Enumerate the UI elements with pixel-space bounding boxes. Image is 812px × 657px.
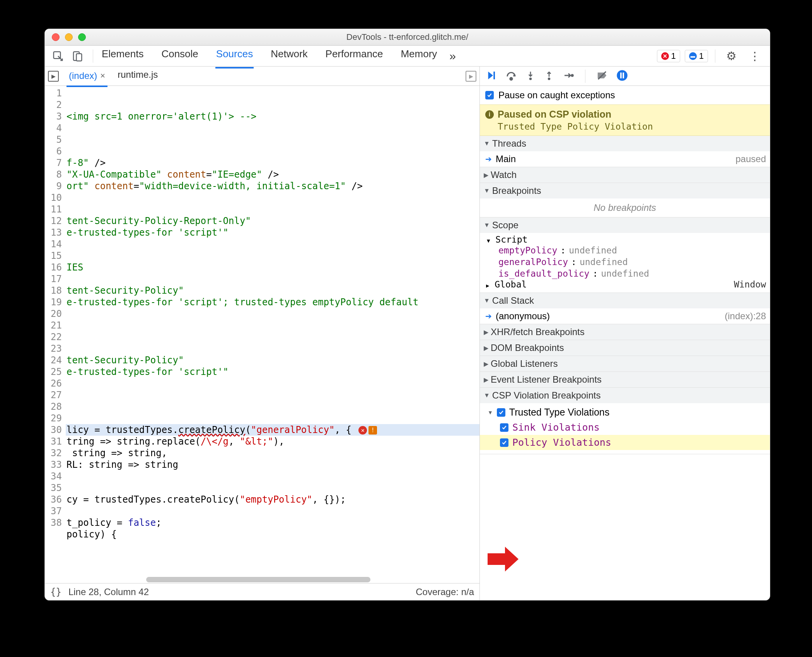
window-title: DevTools - tt-enforced.glitch.me/ [45,32,770,42]
tab-performance[interactable]: Performance [325,48,384,64]
tab-elements[interactable]: Elements [101,48,144,64]
code-line[interactable]: e-trusted-types-for 'script'" [66,366,479,378]
code-line[interactable] [66,238,479,250]
step-over-icon[interactable] [505,70,517,83]
file-tab[interactable]: (index) × [67,69,107,87]
code-line[interactable] [66,320,479,331]
code-line[interactable]: tent-Security-Policy-Report-Only" [66,215,479,227]
dom-breakpoints-header[interactable]: ▶DOM Breakpoints [480,340,770,356]
code-line[interactable]: tring => string.replace(/\</g, "&lt;"), [66,436,479,447]
error-icon: ✕ [661,52,669,60]
navigator-toggle-icon[interactable]: ▶ [48,71,59,82]
svg-point-6 [548,77,551,80]
minimize-window[interactable] [65,33,73,41]
code-line[interactable]: tent-Security-Policy" [66,285,479,296]
step-icon[interactable] [563,70,574,83]
scope-header[interactable]: ▼Scope [480,217,770,233]
code-line[interactable]: e-trusted-types-for 'script'" [66,227,479,238]
policy-violations-row[interactable]: Policy Violations [480,435,770,450]
code-line[interactable] [66,412,479,424]
xhr-breakpoints-header[interactable]: ▶XHR/fetch Breakpoints [480,324,770,340]
debugger-toggle-icon[interactable]: ▶ [466,71,476,82]
policy-checkbox[interactable] [500,438,508,447]
code-line[interactable] [66,343,479,354]
code-line[interactable] [66,308,479,320]
step-into-icon[interactable] [525,70,536,83]
pause-exceptions-icon[interactable] [616,70,628,83]
trusted-type-violations-row[interactable]: ▼ Trusted Type Violations [488,405,766,420]
code-line[interactable] [66,250,479,262]
deactivate-breakpoints-icon[interactable] [596,70,608,83]
scope-variable[interactable]: generalPolicy: undefined [495,256,770,268]
code-line[interactable] [66,331,479,343]
file-tab[interactable]: runtime.js [115,69,160,83]
code-line[interactable]: t_policy = false; [66,517,479,529]
code-line[interactable] [66,273,479,285]
code-line[interactable]: e-trusted-types-for 'script'; trusted-ty… [66,296,479,308]
code-line[interactable]: f-8" /> [66,157,479,169]
devtools-window: DevTools - tt-enforced.glitch.me/ Elemen… [44,29,770,601]
sink-violations-row[interactable]: Sink Violations [488,420,766,435]
scope-variable[interactable]: is_default_policy: undefined [495,268,770,279]
kebab-menu-icon[interactable]: ⋮ [745,49,764,63]
scope-variable[interactable]: emptyPolicy: undefined [495,245,770,256]
global-listeners-header[interactable]: ▶Global Listeners [480,356,770,371]
code-line[interactable] [66,401,479,412]
code-line[interactable] [66,471,479,482]
settings-icon[interactable]: ⚙ [722,49,740,63]
error-count-chip[interactable]: ✕ 1 [657,50,680,62]
overflow-tabs-button[interactable]: » [449,50,456,63]
code-line[interactable]: string => string, [66,447,479,459]
code-editor[interactable]: 1234567891011121314151617181920212223242… [45,86,479,583]
thread-main[interactable]: ➔ Main paused [480,151,770,167]
code-line[interactable]: IES [66,262,479,273]
inspect-element-icon[interactable] [50,48,66,64]
cursor-position: Line 28, Column 42 [68,587,149,597]
code-line[interactable]: ort" content="width=device-width, initia… [66,180,479,192]
code-line[interactable]: policy) { [66,529,479,540]
callstack-header[interactable]: ▼Call Stack [480,293,770,308]
code-line[interactable] [66,204,479,215]
code-body[interactable]: <img src=1 onerror='alert(1)'> -->f-8" /… [65,86,479,583]
tab-memory[interactable]: Memory [400,48,438,64]
csp-breakpoints-header[interactable]: ▼CSP Violation Breakpoints [480,388,770,403]
titlebar: DevTools - tt-enforced.glitch.me/ [45,29,770,46]
callstack-frame[interactable]: ➔ (anonymous) (index):28 [480,308,770,324]
code-line[interactable]: cy = trustedTypes.createPolicy("emptyPol… [66,494,479,505]
issues-count-chip[interactable]: ▬ 1 [685,50,708,62]
tab-network[interactable]: Network [270,48,308,64]
code-line[interactable] [66,145,479,157]
maximize-window[interactable] [78,33,86,41]
code-line[interactable] [66,192,479,204]
event-listener-breakpoints-header[interactable]: ▶Event Listener Breakpoints [480,372,770,387]
tt-checkbox[interactable] [497,408,505,417]
code-line[interactable] [66,540,479,552]
code-line[interactable]: tent-Security-Policy" [66,354,479,366]
svg-point-5 [529,77,532,80]
code-line[interactable]: "X-UA-Compatible" content="IE=edge" /> [66,169,479,180]
watch-header[interactable]: ▶Watch [480,167,770,183]
code-line[interactable] [66,505,479,517]
code-line[interactable] [66,389,479,401]
pause-on-caught-checkbox[interactable] [485,91,494,99]
close-tab-icon[interactable]: × [100,71,105,81]
sink-checkbox[interactable] [500,423,508,432]
code-line[interactable] [66,122,479,134]
code-line[interactable]: licy = trustedTypes.createPolicy("genera… [66,424,479,436]
tab-console[interactable]: Console [160,48,199,64]
resume-icon[interactable] [485,70,497,83]
pretty-print-icon[interactable]: {} [50,587,61,597]
horizontal-scrollbar[interactable] [146,577,370,582]
device-toggle-icon[interactable] [70,48,85,64]
code-line[interactable] [66,378,479,389]
code-line[interactable] [66,482,479,494]
threads-header[interactable]: ▼Threads [480,136,770,151]
tab-sources[interactable]: Sources [215,48,254,68]
pause-on-caught-row: Pause on caught exceptions [480,86,770,104]
step-out-icon[interactable] [544,70,554,83]
code-line[interactable]: <img src=1 onerror='alert(1)'> --> [66,111,479,122]
code-line[interactable] [66,134,479,145]
code-line[interactable]: RL: string => string [66,459,479,471]
close-window[interactable] [52,33,60,41]
breakpoints-header[interactable]: ▼Breakpoints [480,183,770,198]
